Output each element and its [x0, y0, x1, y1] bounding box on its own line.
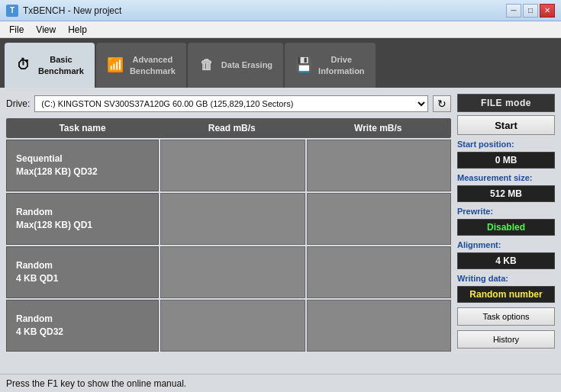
statusbar: Press the F1 key to show the online manu…: [0, 374, 561, 392]
task-read-random-4kb-qd32: [160, 300, 305, 352]
right-panel: FILE mode Start Start position: 0 MB Mea…: [457, 94, 555, 368]
table-header: Task name Read mB/s Write mB/s: [6, 118, 451, 138]
tab-info-label: DriveInformation: [318, 54, 365, 76]
table-row: Random4 KB QD32: [6, 300, 451, 352]
task-name-random-128kb: RandomMax(128 KB) QD1: [6, 193, 159, 245]
prewrite-label: Prewrite:: [457, 207, 555, 216]
file-mode-button[interactable]: FILE mode: [457, 94, 555, 112]
left-panel: Drive: (C:) KINGSTON SV300S37A120G 60.00…: [6, 94, 451, 368]
tab-advanced-label: AdvancedBenchmark: [130, 54, 176, 76]
alignment-value: 4 KB: [457, 252, 555, 269]
task-read-random-128kb: [160, 193, 305, 245]
tab-basic-label: BasicBenchmark: [38, 54, 84, 76]
task-write-sequential: [307, 140, 452, 191]
menubar: File View Help: [0, 21, 561, 38]
task-read-sequential: [160, 140, 305, 191]
tab-data-erasing[interactable]: 🗑 Data Erasing: [188, 43, 283, 88]
prewrite-value: Disabled: [457, 219, 555, 236]
col-write: Write mB/s: [305, 121, 452, 135]
col-read: Read mB/s: [159, 121, 305, 135]
drive-refresh-button[interactable]: ↻: [433, 95, 451, 112]
writing-data-label: Writing data:: [457, 274, 555, 283]
task-read-random-4kb-qd1: [160, 246, 305, 298]
task-write-random-128kb: [307, 193, 452, 245]
task-name-random-4kb-qd32: Random4 KB QD32: [6, 300, 159, 352]
col-task-name: Task name: [6, 121, 159, 135]
start-position-value: 0 MB: [457, 152, 555, 169]
status-message: Press the F1 key to show the online manu…: [6, 378, 186, 389]
app-icon: T: [6, 5, 18, 17]
task-write-random-4kb-qd1: [307, 246, 452, 298]
writing-data-value: Random number: [457, 286, 555, 303]
task-name-random-4kb-qd1: Random4 KB QD1: [6, 246, 159, 298]
table-row: SequentialMax(128 KB) QD32: [6, 140, 451, 191]
close-button[interactable]: ✕: [540, 4, 555, 18]
drive-label: Drive:: [6, 98, 30, 109]
menu-file[interactable]: File: [3, 23, 30, 37]
tab-drive-information[interactable]: 💾 DriveInformation: [285, 43, 376, 88]
measurement-size-value: 512 MB: [457, 185, 555, 202]
window-title: TxBENCH - New project: [23, 5, 506, 16]
alignment-label: Alignment:: [457, 240, 555, 249]
main-content: Drive: (C:) KINGSTON SV300S37A120G 60.00…: [0, 88, 561, 374]
titlebar: T TxBENCH - New project ─ □ ✕: [0, 0, 561, 21]
start-position-label: Start position:: [457, 140, 555, 149]
task-options-button[interactable]: Task options: [457, 307, 555, 326]
table-row: Random4 KB QD1: [6, 246, 451, 298]
maximize-button[interactable]: □: [523, 4, 538, 18]
drive-select[interactable]: (C:) KINGSTON SV300S37A120G 60.00 GB (12…: [34, 95, 428, 112]
menu-help[interactable]: Help: [62, 23, 93, 37]
menu-view[interactable]: View: [30, 23, 62, 37]
task-name-sequential: SequentialMax(128 KB) QD32: [6, 140, 159, 191]
task-write-random-4kb-qd32: [307, 300, 452, 352]
data-erasing-icon: 🗑: [198, 56, 215, 74]
window-controls: ─ □ ✕: [506, 4, 555, 18]
measurement-size-label: Measurement size:: [457, 173, 555, 182]
drive-row: Drive: (C:) KINGSTON SV300S37A120G 60.00…: [6, 94, 451, 114]
tabbar: ⏱ BasicBenchmark 📶 AdvancedBenchmark 🗑 D…: [0, 38, 561, 88]
table-row: RandomMax(128 KB) QD1: [6, 193, 451, 245]
drive-information-icon: 💾: [295, 56, 312, 74]
basic-benchmark-icon: ⏱: [15, 56, 32, 74]
advanced-benchmark-icon: 📶: [107, 56, 124, 74]
tab-advanced-benchmark[interactable]: 📶 AdvancedBenchmark: [96, 43, 186, 88]
tab-erasing-label: Data Erasing: [221, 59, 272, 70]
minimize-button[interactable]: ─: [506, 4, 521, 18]
history-button[interactable]: History: [457, 330, 555, 349]
start-button[interactable]: Start: [457, 115, 555, 135]
tab-basic-benchmark[interactable]: ⏱ BasicBenchmark: [5, 43, 95, 88]
task-table: Task name Read mB/s Write mB/s Sequentia…: [6, 118, 451, 368]
